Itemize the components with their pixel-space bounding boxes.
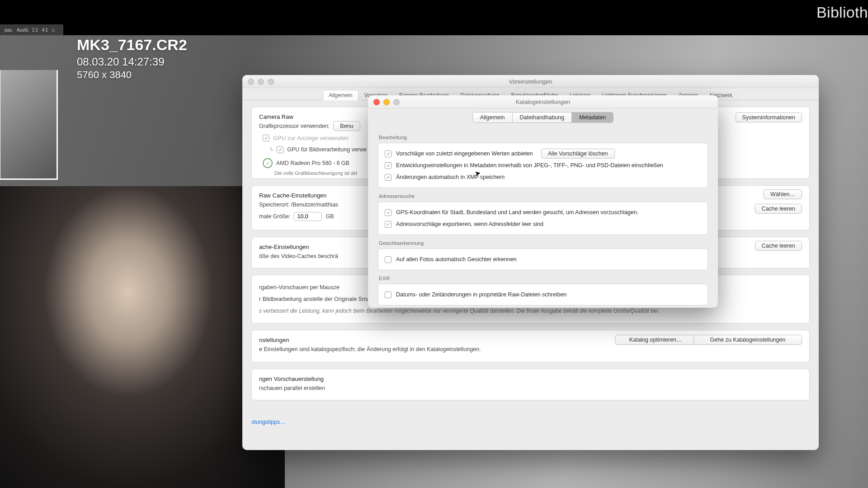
traffic-lights[interactable] bbox=[373, 99, 400, 105]
face-detect-checkbox[interactable] bbox=[385, 256, 392, 263]
gpu-display-checkbox bbox=[263, 135, 269, 141]
legend-camera-raw: Camera Raw bbox=[259, 113, 293, 120]
zoom-menu-icon[interactable]: ◇ bbox=[52, 28, 55, 33]
seg-dateihandhabung[interactable]: Dateihandhabung bbox=[513, 113, 572, 122]
close-icon[interactable] bbox=[373, 99, 380, 105]
cache-size-input[interactable] bbox=[294, 212, 322, 221]
dev-metadata-label: Entwicklungseinstellungen in Metadaten i… bbox=[396, 162, 663, 169]
preferences-title: Voreinstellungen bbox=[509, 78, 552, 85]
legend-catalog-settings: nstellungen bbox=[259, 337, 289, 343]
cache-path-label: Speicherort: /Benutzer/matthias bbox=[259, 202, 338, 208]
module-label[interactable]: Biblioth bbox=[816, 4, 868, 21]
legend-raw-cache: Raw Cache-Einstellungen bbox=[259, 192, 327, 199]
zoom-icon[interactable] bbox=[393, 99, 400, 105]
catalog-titlebar[interactable]: Katalogeinstellungen bbox=[368, 95, 718, 108]
zoom-icon[interactable] bbox=[268, 79, 274, 85]
zoom-4-1[interactable]: 4:1 bbox=[42, 28, 48, 33]
section-adressensuche: Adressensuche bbox=[379, 193, 708, 199]
xmp-autosave-label: Änderungen automatisch in XMP speichern bbox=[396, 174, 505, 180]
gps-lookup-checkbox[interactable] bbox=[385, 209, 392, 216]
group-gesichtserkennung: Auf allen Fotos automatisch Gesichter er… bbox=[378, 249, 708, 270]
file-info-overlay: MK3_7167.CR2 08.03.20 14:27:39 5760 x 38… bbox=[77, 36, 187, 81]
exif-write-checkbox[interactable] bbox=[385, 291, 392, 298]
cache-size-unit: GB bbox=[326, 213, 334, 220]
file-dimensions: 5760 x 3840 bbox=[77, 69, 187, 81]
suggestions-checkbox[interactable] bbox=[385, 150, 392, 157]
tab-allgemein[interactable]: Allgemein bbox=[323, 90, 359, 100]
xmp-autosave-checkbox[interactable] bbox=[385, 174, 392, 181]
preferences-titlebar[interactable]: Voreinstellungen bbox=[242, 75, 819, 88]
minimize-icon[interactable] bbox=[258, 79, 264, 85]
catalog-settings-window: Katalogeinstellungen Allgemein Dateihand… bbox=[368, 95, 718, 308]
fill-label[interactable]: Ausfü bbox=[17, 28, 28, 33]
group-preview-generation: ngen Vorschauerstellung rschauen paralle… bbox=[251, 369, 810, 400]
addr-export-label: Adressvorschläge exportieren, wenn Adres… bbox=[396, 221, 543, 227]
gpu-use-select[interactable]: Benu bbox=[333, 121, 360, 131]
zoom-toolbar: pas. Ausfü 1:1 4:1 ◇ bbox=[0, 24, 63, 35]
gpu-processing-label: GPU für Bildverarbeitung verwe bbox=[287, 146, 367, 153]
gpu-processing-checkbox[interactable] bbox=[277, 146, 283, 153]
clear-video-cache-button[interactable]: Cache leeren bbox=[755, 241, 802, 251]
exif-write-label: Datums- oder Zeitänderungen in proprietä… bbox=[396, 291, 566, 298]
addr-export-checkbox[interactable] bbox=[385, 221, 392, 228]
zoom-1-1[interactable]: 1:1 bbox=[32, 28, 38, 33]
catalog-settings-text: e Einstellungen sind katalogspezifisch; … bbox=[259, 346, 481, 352]
fit-label[interactable]: pas. bbox=[5, 28, 13, 33]
preview-generation-text: rschauen parallel erstellen bbox=[259, 385, 325, 391]
group-exif: Datums- oder Zeitänderungen in proprietä… bbox=[378, 284, 708, 305]
app-top-strip: Biblioth bbox=[0, 0, 868, 24]
delete-suggestions-button[interactable]: Alle Vorschläge löschen bbox=[541, 149, 615, 159]
gpu-model: AMD Radeon Pro 580 - 8 GB bbox=[276, 160, 349, 166]
gps-lookup-label: GPS-Koordinaten für Stadt, Bundesland un… bbox=[396, 209, 638, 216]
catalog-title: Katalogeinstellungen bbox=[516, 99, 571, 105]
seg-metadaten[interactable]: Metadaten bbox=[572, 113, 613, 122]
section-bearbeitung: Bearbeitung bbox=[379, 135, 708, 140]
section-gesichtserkennung: Gesichtserkennung bbox=[379, 240, 708, 246]
group-catalog-settings: nstellungen e Einstellungen sind katalog… bbox=[251, 330, 810, 362]
file-date: 08.03.20 14:27:39 bbox=[77, 56, 187, 68]
file-name: MK3_7167.CR2 bbox=[77, 36, 187, 54]
legend-video-cache: ache-Einstellungen bbox=[259, 244, 309, 250]
face-detect-label: Auf allen Fotos automatisch Gesichter er… bbox=[396, 256, 517, 263]
navigator-thumbnail[interactable] bbox=[0, 70, 58, 180]
goto-catalog-settings-button[interactable]: Gehe zu Katalogeinstellungen bbox=[693, 335, 802, 345]
dev-metadata-checkbox[interactable] bbox=[385, 162, 392, 169]
clear-raw-cache-button[interactable]: Cache leeren bbox=[755, 204, 802, 214]
performance-tips-link[interactable]: stungstipps… bbox=[251, 419, 286, 425]
minimize-icon[interactable] bbox=[383, 99, 390, 105]
close-icon[interactable] bbox=[248, 79, 254, 85]
smart-preview-line1: rgaben-Vorschauen per Mausze bbox=[259, 284, 340, 291]
choose-location-button[interactable]: Wählen… bbox=[764, 189, 802, 199]
gpu-use-label: Grafikprozessor verwenden: bbox=[259, 123, 330, 129]
group-adressensuche: GPS-Koordinaten für Stadt, Bundesland un… bbox=[378, 202, 708, 235]
gpu-display-label: GPU zur Anzeige verwenden bbox=[273, 135, 349, 141]
section-exif: EXIF bbox=[379, 276, 708, 281]
cache-size-label: male Größe: bbox=[259, 213, 290, 220]
traffic-lights[interactable] bbox=[248, 79, 274, 85]
optimize-catalog-button[interactable]: Katalog optimieren… bbox=[615, 335, 696, 345]
check-ok-icon: ✓ bbox=[263, 158, 273, 168]
catalog-tab-segments: Allgemein Dateihandhabung Metadaten bbox=[472, 112, 614, 123]
catalog-body: Bearbeitung Vorschläge von zuletzt einge… bbox=[368, 127, 718, 312]
group-bearbeitung: Vorschläge von zuletzt eingegebenen Wert… bbox=[378, 143, 708, 188]
seg-allgemein[interactable]: Allgemein bbox=[473, 113, 513, 122]
suggestions-label: Vorschläge von zuletzt eingegebenen Wert… bbox=[396, 150, 533, 157]
gpu-note: Die volle Grafikbeschleunigung ist akt bbox=[274, 170, 357, 176]
legend-preview-generation: ngen Vorschauerstellung bbox=[259, 375, 324, 382]
system-info-button[interactable]: Systeminformationen bbox=[736, 113, 802, 122]
video-cache-limit-label: öße des Video-Caches beschrä bbox=[259, 253, 338, 259]
